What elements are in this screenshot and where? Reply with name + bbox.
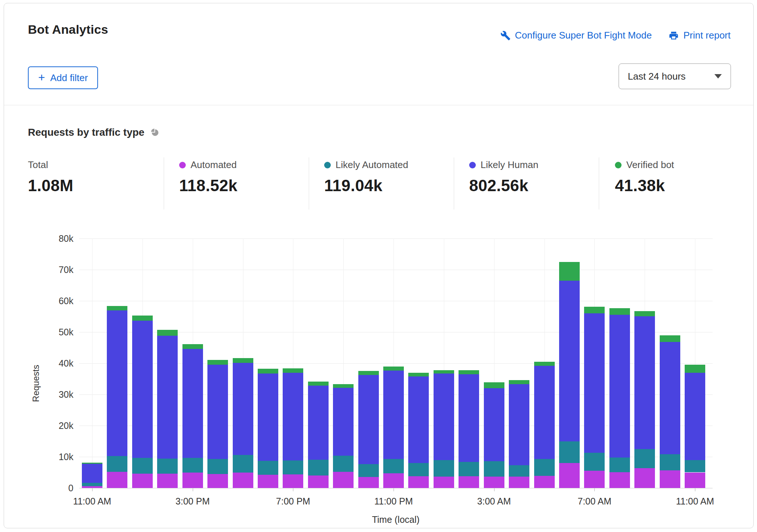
bar-segment-likely-automated	[157, 459, 178, 474]
bar-segment-verified-bot	[157, 330, 178, 336]
stat-label: Likely Human	[481, 159, 539, 171]
x-tick-mark	[394, 488, 394, 491]
bar-segment-likely-automated	[584, 453, 605, 471]
bar-segment-likely-automated	[609, 458, 630, 472]
time-range-value: Last 24 hours	[628, 71, 686, 82]
bar-800pm-9	[308, 238, 329, 488]
bar-segment-likely-human	[358, 375, 379, 464]
bar-segment-automated	[584, 471, 605, 488]
bar-segment-likely-automated	[82, 483, 102, 486]
x-tick-label: 11:00 AM	[73, 496, 111, 507]
y-tick-label: 20k	[59, 420, 73, 431]
bar-900am-22	[634, 238, 655, 488]
bar-segment-verified-bot	[660, 335, 680, 342]
bot-analytics-card: Bot Analytics Configure Super Bot Fight …	[4, 3, 754, 528]
stat-total: Total 1.08M	[28, 159, 73, 195]
y-tick-label: 40k	[59, 358, 73, 369]
stat-automated: Automated 118.52k	[179, 159, 238, 195]
bar-segment-verified-bot	[434, 370, 454, 374]
bar-segment-likely-human	[207, 365, 228, 459]
add-filter-label: Add filter	[50, 72, 88, 84]
bar-segment-likely-automated	[484, 461, 504, 477]
y-tick-label: 50k	[59, 327, 73, 338]
bar-segment-automated	[559, 463, 580, 488]
x-tick-label: 3:00 AM	[477, 496, 511, 507]
print-report-link[interactable]: Print report	[669, 30, 731, 41]
stat-likely-automated: Likely Automated 119.04k	[324, 159, 408, 195]
x-tick-mark	[92, 488, 93, 491]
stat-value: 119.04k	[324, 176, 408, 195]
bar-segment-likely-automated	[459, 462, 479, 476]
bar-segment-automated	[308, 475, 329, 488]
bar-segment-likely-human	[182, 349, 203, 458]
configure-super-bot-fight-mode-link[interactable]: Configure Super Bot Fight Mode	[500, 30, 652, 41]
bar-segment-automated	[333, 472, 354, 488]
x-tick-label: 3:00 PM	[175, 496, 210, 507]
bar-segment-likely-human	[82, 464, 102, 483]
x-tick-label: 11:00 PM	[374, 496, 413, 507]
bar-1100pm-12	[383, 238, 404, 488]
x-tick-label: 7:00 AM	[578, 496, 612, 507]
bar-segment-likely-human	[233, 363, 253, 455]
bar-segment-likely-human	[685, 373, 705, 460]
bar-segment-verified-bot	[258, 369, 278, 374]
y-tick-label: 10k	[59, 452, 73, 462]
add-filter-button[interactable]: + Add filter	[28, 66, 98, 89]
bar-segment-likely-human	[559, 281, 580, 441]
bar-segment-automated	[283, 474, 303, 488]
bar-segment-likely-automated	[258, 461, 278, 475]
bar-segment-likely-human	[534, 366, 555, 459]
requests-by-traffic-type-chart: Requests Time (local) 010k20k30k40k50k60…	[79, 238, 713, 488]
y-tick-label: 30k	[59, 389, 73, 400]
bar-segment-automated	[459, 476, 479, 488]
bar-segment-likely-automated	[559, 441, 580, 463]
stat-divider	[164, 157, 164, 209]
bar-segment-likely-automated	[233, 455, 253, 473]
bar-segment-likely-human	[484, 388, 504, 461]
bar-segment-likely-automated	[132, 458, 153, 474]
bar-segment-verified-bot	[609, 308, 630, 315]
bar-1100am-0	[82, 238, 102, 488]
bar-segment-likely-human	[157, 336, 178, 459]
bar-segment-likely-human	[258, 374, 278, 461]
bar-segment-verified-bot	[584, 307, 605, 313]
bar-segment-likely-human	[609, 315, 630, 457]
bar-segment-automated	[132, 474, 153, 488]
print-link-label: Print report	[683, 30, 731, 41]
bar-100pm-2	[132, 238, 153, 488]
stat-label: Total	[28, 159, 48, 171]
bar-1000am-23	[660, 238, 680, 488]
stat-divider	[309, 157, 309, 209]
x-tick-label: 11:00 AM	[676, 496, 714, 507]
bar-segment-automated	[383, 473, 404, 488]
bar-segment-verified-bot	[333, 384, 354, 388]
stat-verified-bot: Verified bot 41.38k	[615, 159, 674, 195]
bar-segment-likely-automated	[358, 464, 379, 477]
bar-segment-likely-automated	[685, 460, 705, 472]
bar-segment-automated	[358, 477, 379, 488]
stat-label: Verified bot	[626, 159, 674, 171]
bar-segment-likely-automated	[534, 459, 555, 476]
bar-600am-19	[559, 238, 580, 488]
stat-label: Automated	[191, 159, 237, 171]
bar-segment-automated	[509, 477, 529, 488]
stat-value: 118.52k	[179, 176, 238, 195]
bar-segment-likely-human	[132, 321, 153, 458]
bar-segment-automated	[634, 468, 655, 488]
bar-segment-automated	[207, 474, 228, 488]
bar-segment-verified-bot	[459, 370, 479, 374]
bar-segment-likely-human	[383, 371, 404, 459]
time-range-select[interactable]: Last 24 hours	[619, 63, 731, 89]
bar-segment-likely-automated	[408, 463, 429, 476]
bar-segment-likely-human	[509, 384, 529, 465]
header-links: Configure Super Bot Fight Mode Print rep…	[500, 30, 731, 41]
bar-400am-17	[509, 238, 529, 488]
bar-segment-likely-human	[434, 374, 454, 460]
bar-segment-verified-bot	[182, 344, 203, 349]
bar-segment-verified-bot	[308, 382, 329, 386]
bar-segment-verified-bot	[383, 367, 404, 370]
stat-value: 1.08M	[28, 176, 73, 195]
y-tick-label: 80k	[59, 233, 73, 244]
verified-bot-dot	[615, 162, 622, 168]
stat-value: 802.56k	[469, 176, 539, 195]
